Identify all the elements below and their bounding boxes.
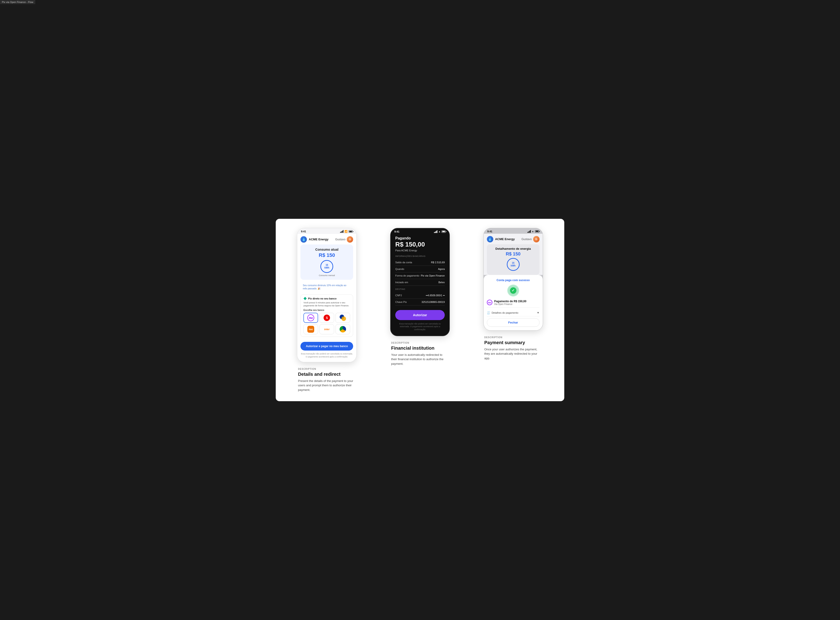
phone3-app-section: 💧 ACME Energy Gustavo G Detalhamento de …: [484, 234, 543, 275]
user-area-1: Gustavo G: [335, 236, 353, 243]
bank-tim[interactable]: [335, 324, 350, 334]
status-icons-2: ▲: [434, 230, 446, 233]
wifi-icon-1: 📶: [344, 230, 348, 233]
bank-nubank[interactable]: nu: [304, 313, 318, 323]
app-header-3: 💧 ACME Energy Gustavo G: [487, 236, 539, 244]
phone-3: 9:41 ▲ 💧 ACME Energy: [484, 228, 543, 331]
bank-row-1: Quando Agora: [395, 266, 445, 272]
energy-detail-amount: R$ 150: [490, 251, 537, 257]
app-name-3: ACME Energy: [495, 237, 515, 241]
user-name-3: Gustavo: [521, 238, 532, 241]
details-row-label: 🧾 Detalhes do pagamento: [487, 311, 518, 315]
desc-tag-3: DESCRIPTION: [484, 336, 542, 339]
battery-icon-2: [442, 230, 446, 233]
bank-row-2: Forma de pagamento Pix via Open Finance: [395, 272, 445, 279]
phone3-body: 💧 ACME Energy Gustavo G Detalhamento de …: [484, 234, 543, 330]
app-logo-3: 💧: [487, 236, 493, 242]
desc-tag-1: DESCRIPTION: [298, 368, 356, 370]
bb-logo: [340, 315, 346, 321]
details-row[interactable]: 🧾 Detalhes do pagamento ▼: [487, 309, 539, 316]
wifi-icon-3: ▲: [532, 230, 534, 233]
gauge-label-1: Consumo mensal: [303, 274, 350, 277]
desc-body-3: Once your user authorizes the payment, t…: [484, 347, 542, 361]
payment-info-text: Pagamento de R$ 150,00 Via Open Finance: [494, 300, 526, 305]
phone1-body: 💧 ACME Energy Gustavo G Consumo atual R$…: [297, 234, 356, 362]
desc-body-2: Your user is automatically redirected to…: [391, 353, 449, 366]
phone2-body: Pagando R$ 150,00 Para ACME Energy Infor…: [391, 234, 449, 336]
main-container: 9:41 📶 💧 ACME Energy G: [276, 219, 564, 401]
energy-detail-card: Detalhamento de energia R$ 150 16 kWh: [487, 244, 539, 275]
time-3: 9:41: [487, 230, 492, 233]
energy-detail-title: Detalhamento de energia: [490, 247, 537, 250]
paying-label: Pagando: [395, 234, 445, 241]
success-icon-wrap: ✓: [507, 284, 519, 296]
avatar-3: G: [533, 236, 539, 242]
bank-choose-label: Escolha seu banco: [304, 309, 350, 312]
signal-icon-1: [340, 230, 344, 233]
consumption-amount: R$ 150: [303, 252, 350, 258]
paying-amount: R$ 150,00: [395, 241, 445, 248]
bank-info-label: Informações bancárias: [395, 255, 445, 257]
app-name-1: ACME Energy: [309, 238, 328, 241]
app-logo-1: 💧: [301, 236, 307, 243]
app-header-left-3: 💧 ACME Energy: [487, 236, 515, 242]
destino-row-1: Chave Pix 32515108865-00019: [395, 299, 445, 305]
status-icons-1: 📶: [340, 230, 353, 233]
payment-via: Via Open Finance: [494, 303, 526, 305]
checkmark-icon: ✓: [510, 287, 516, 294]
desc-tag-2: DESCRIPTION: [391, 342, 449, 344]
column-3: 9:41 ▲ 💧 ACME Energy: [470, 228, 556, 392]
pix-title: Pix direto no seu banco: [304, 297, 350, 300]
wifi-icon-2: ▲: [438, 230, 440, 233]
pix-desc: Você possui 5 minutos para autorizar o s…: [304, 301, 350, 307]
status-bar-2: 9:41 ▲: [391, 229, 449, 234]
destino-label: Destino: [395, 288, 445, 290]
close-button[interactable]: Fechar: [487, 318, 539, 327]
authorize-btn-2[interactable]: Autorizar: [395, 310, 445, 320]
desc-title-2: Financial institution: [391, 346, 449, 351]
column-1: 9:41 📶 💧 ACME Energy G: [284, 228, 370, 392]
circle-gauge-3: 16 kWh: [507, 258, 520, 271]
bank-inter[interactable]: inter: [320, 324, 334, 334]
battery-icon-3: [535, 230, 539, 233]
pix-icon: [304, 297, 307, 300]
pix-section: Pix direto no seu banco Você possui 5 mi…: [301, 294, 353, 337]
time-1: 9:41: [301, 230, 306, 233]
success-overlay: Conta paga com sucesso ✓ nu Pagamento de…: [484, 275, 543, 330]
consumption-card: Consumo atual R$ 150 16 kWh Consumo mens…: [301, 244, 353, 280]
disclaimer-2: Essa transação não poderá ser cancelada …: [395, 322, 445, 331]
desc-body-1: Present the details of the payment to yo…: [298, 379, 356, 392]
bank-bb[interactable]: [335, 313, 350, 323]
santander-logo: S: [324, 315, 330, 321]
browser-title: Pix via Open Finance - Flow: [0, 0, 35, 4]
app-header-left-1: 💧 ACME Energy: [301, 236, 328, 243]
inter-logo: inter: [324, 328, 329, 331]
user-area-3: Gustavo G: [521, 236, 539, 242]
bank-row-3: Iniciado em Belvo: [395, 279, 445, 286]
app-header-1: 💧 ACME Energy Gustavo G: [301, 234, 353, 244]
desc-1: DESCRIPTION Details and redirect Present…: [297, 368, 356, 392]
bank-grid: nu S itaú inter: [304, 313, 350, 334]
avatar-1: G: [347, 236, 353, 243]
chevron-down-icon: ▼: [537, 311, 539, 315]
circle-gauge-1: 16 kWh: [320, 260, 333, 273]
payment-info-row: nu Pagamento de R$ 150,00 Via Open Finan…: [487, 300, 539, 307]
desc-title-1: Details and redirect: [298, 372, 356, 377]
authorize-btn-1[interactable]: Autorizar e pagar no meu banco: [301, 342, 353, 351]
status-icons-3: ▲: [527, 230, 539, 233]
desc-2: DESCRIPTION Financial institution Your u…: [390, 342, 450, 366]
destino-row-0: CNPJ ••4.6509.000/1 ••: [395, 292, 445, 299]
phone-1: 9:41 📶 💧 ACME Energy G: [297, 228, 356, 362]
status-bar-1: 9:41 📶: [297, 228, 356, 234]
paying-to: Para ACME Energy: [395, 249, 445, 252]
receipt-icon: 🧾: [487, 311, 490, 315]
info-note: Seu consumo diminuiu 10% em relação ao m…: [301, 282, 353, 292]
desc-3: DESCRIPTION Payment summary Once your us…: [484, 336, 543, 361]
nu-badge: nu: [487, 300, 492, 305]
bank-row-0: Saldo da conta R$ 2.510,69: [395, 259, 445, 266]
itau-logo: itaú: [307, 326, 314, 333]
payment-amount: Pagamento de R$ 150,00: [494, 300, 526, 303]
nubank-logo: nu: [307, 315, 314, 321]
bank-itau[interactable]: itaú: [304, 324, 318, 334]
bank-santander[interactable]: S: [320, 313, 334, 323]
